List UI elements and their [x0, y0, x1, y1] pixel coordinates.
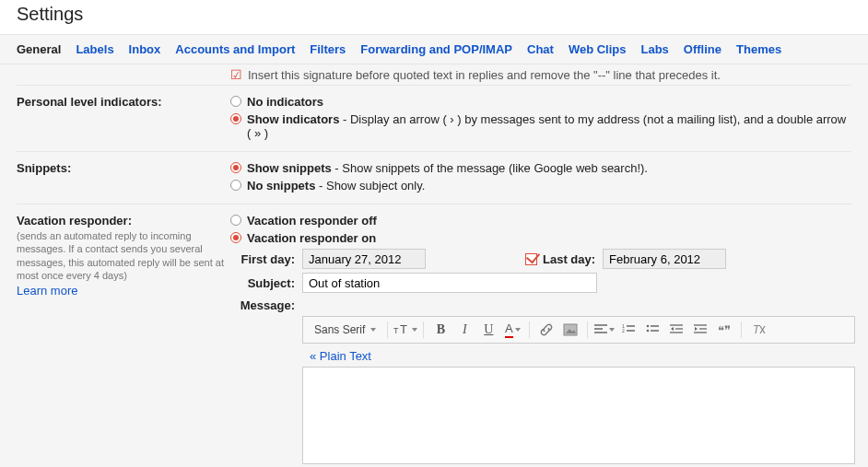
firstday-label: First day:	[230, 252, 295, 266]
caret-down-icon	[370, 328, 376, 332]
signature-insert-text: Insert this signature before quoted text…	[248, 68, 721, 82]
lastday-label: Last day:	[543, 252, 595, 266]
vacation-off-label: Vacation responder off	[247, 214, 377, 228]
radio-no-indicators[interactable]	[230, 96, 241, 107]
vacation-title: Vacation responder:	[17, 214, 230, 228]
subject-input[interactable]	[302, 273, 597, 293]
svg-text:T: T	[753, 323, 761, 336]
tab-forwarding-and-pop-imap[interactable]: Forwarding and POP/IMAP	[360, 42, 512, 56]
tab-themes[interactable]: Themes	[736, 42, 781, 56]
font-family-select[interactable]: Sans Serif	[309, 319, 381, 341]
message-label: Message:	[230, 298, 295, 312]
tab-labs[interactable]: Labs	[641, 42, 669, 56]
svg-text:T: T	[400, 323, 407, 336]
svg-text:T: T	[393, 326, 399, 335]
signature-insert-row: ☑ Insert this signature before quoted te…	[230, 64, 851, 85]
firstday-input[interactable]	[302, 249, 426, 269]
tab-accounts-and-import[interactable]: Accounts and Import	[175, 42, 295, 56]
lastday-checkbox[interactable]	[525, 253, 537, 265]
remove-formatting-button[interactable]: T	[747, 319, 769, 341]
show-snippets-label: Show snippets - Show snippets of the mes…	[247, 161, 648, 175]
italic-button[interactable]: I	[453, 319, 475, 341]
settings-tabs: GeneralLabelsInboxAccounts and ImportFil…	[0, 34, 868, 64]
link-button[interactable]	[535, 319, 557, 341]
radio-show-indicators[interactable]	[230, 113, 241, 124]
svg-point-11	[647, 325, 650, 328]
quote-button[interactable]: ❝❞	[713, 319, 735, 341]
no-snippets-label: No snippets - Show subject only.	[247, 179, 425, 193]
caret-down-icon	[515, 328, 521, 332]
image-button[interactable]	[559, 319, 581, 341]
underline-button[interactable]: U	[477, 319, 499, 341]
lastday-input[interactable]	[603, 249, 726, 269]
font-size-button[interactable]: TT	[393, 319, 417, 341]
page-title: Settings	[0, 0, 868, 34]
subject-label: Subject:	[230, 276, 295, 290]
indent-more-button[interactable]	[689, 319, 711, 341]
tab-filters[interactable]: Filters	[310, 42, 346, 56]
caret-down-icon	[609, 328, 615, 332]
section-vacation-responder: Vacation responder: (sends an automated …	[17, 204, 851, 467]
radio-show-snippets[interactable]	[230, 162, 241, 173]
svg-marker-22	[695, 327, 698, 331]
text-color-button[interactable]: A	[501, 319, 523, 341]
formatting-toolbar: Sans Serif TT B I U A	[302, 316, 855, 344]
tab-chat[interactable]: Chat	[527, 42, 554, 56]
message-textarea[interactable]	[302, 367, 855, 464]
section-personal-indicators: Personal level indicators: No indicators…	[17, 85, 851, 151]
align-button[interactable]	[593, 319, 616, 341]
tab-inbox[interactable]: Inbox	[129, 42, 161, 56]
svg-text:2: 2	[622, 328, 625, 333]
vacation-desc: (sends an automated reply to incoming me…	[17, 229, 230, 282]
tab-general[interactable]: General	[17, 42, 61, 56]
svg-point-12	[647, 330, 650, 333]
bold-button[interactable]: B	[429, 319, 452, 341]
snippets-title: Snippets:	[17, 161, 230, 175]
radio-vacation-off[interactable]	[230, 215, 241, 226]
settings-content: ☑ Insert this signature before quoted te…	[0, 64, 868, 467]
tab-web-clips[interactable]: Web Clips	[569, 42, 627, 56]
radio-vacation-on[interactable]	[230, 232, 241, 243]
indent-less-button[interactable]	[665, 319, 687, 341]
numbered-list-button[interactable]: 12	[617, 319, 639, 341]
caret-down-icon	[412, 328, 417, 332]
tab-offline[interactable]: Offline	[684, 42, 721, 56]
vacation-on-label: Vacation responder on	[247, 231, 376, 245]
checkbox-checked-icon[interactable]: ☑	[230, 67, 242, 82]
learn-more-link[interactable]: Learn more	[17, 284, 77, 298]
show-indicators-label: Show indicators - Display an arrow ( › )…	[247, 112, 851, 140]
section-snippets: Snippets: Show snippets - Show snippets …	[17, 151, 851, 204]
svg-marker-18	[671, 327, 674, 331]
bullet-list-button[interactable]	[641, 319, 663, 341]
plain-text-link[interactable]: « Plain Text	[302, 344, 855, 367]
tab-labels[interactable]: Labels	[76, 42, 113, 56]
no-indicators-label: No indicators	[247, 95, 323, 109]
personal-indicators-title: Personal level indicators:	[17, 95, 230, 109]
radio-no-snippets[interactable]	[230, 180, 241, 191]
